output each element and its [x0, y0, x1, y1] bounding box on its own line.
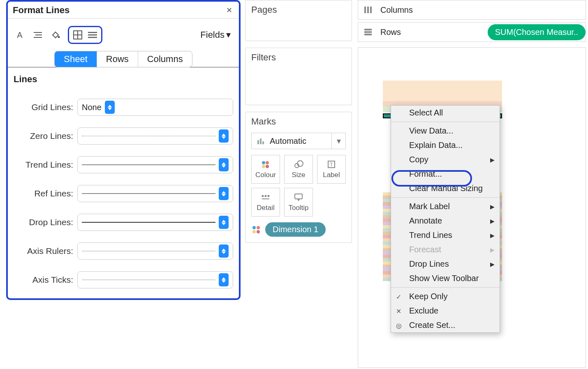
svg-point-6 [266, 161, 269, 164]
line-preview [82, 193, 215, 194]
svg-rect-18 [364, 7, 366, 13]
submenu-arrow-icon: ▶ [490, 247, 495, 253]
ctx-trend-lines[interactable]: Trend Lines▶ [391, 228, 500, 242]
ctx-explain-data[interactable]: Explain Data... [391, 138, 500, 152]
zero-lines-row: Zero Lines: [14, 127, 233, 145]
rows-shelf[interactable]: Rows SUM(Chosen Measur.. [358, 22, 586, 42]
context-menu: Select All View Data... Explain Data... … [391, 105, 500, 333]
mark-tooltip-button[interactable]: Tooltip [284, 188, 313, 217]
trend-lines-select[interactable] [77, 156, 233, 173]
axis-ticks-select[interactable] [77, 271, 233, 288]
stepper-icon[interactable] [219, 216, 229, 229]
format-title: Format Lines [13, 5, 225, 16]
mark-buttons-grid: Colour Size T Label Detail [251, 155, 346, 217]
colour-icon [261, 159, 270, 169]
ctx-clear-manual-sizing[interactable]: Clear Manual Sizing [391, 181, 500, 196]
svg-point-14 [265, 195, 267, 197]
zero-lines-select[interactable] [77, 127, 233, 145]
mark-colour-label: Colour [255, 171, 276, 179]
columns-icon [364, 6, 375, 14]
line-preview-dark [82, 222, 215, 223]
rows-icon [364, 28, 375, 36]
zero-lines-label: Zero Lines: [14, 131, 77, 141]
submenu-arrow-icon: ▶ [490, 203, 495, 210]
filters-title: Filters [251, 52, 346, 63]
borders-icon[interactable] [72, 29, 84, 41]
axis-rulers-select[interactable] [77, 242, 233, 260]
axis-ticks-label: Axis Ticks: [14, 275, 77, 285]
font-format-icon[interactable]: A [14, 29, 26, 41]
borders-lines-icon-group [68, 26, 102, 44]
submenu-arrow-icon: ▶ [490, 261, 495, 268]
line-preview [82, 164, 215, 165]
mark-type-select[interactable]: Automatic ▾ [251, 133, 346, 149]
drop-lines-row: Drop Lines: [14, 214, 233, 231]
tab-sheet[interactable]: Sheet [55, 51, 97, 67]
grid-lines-select[interactable]: None [77, 99, 233, 116]
format-lines-panel: Format Lines ✕ A Fields ▾ Sheet Rows Col… [6, 0, 241, 300]
svg-point-5 [262, 161, 265, 164]
stepper-icon[interactable] [219, 273, 229, 286]
size-icon [294, 159, 303, 169]
ctx-copy[interactable]: Copy▶ [391, 152, 500, 167]
close-icon[interactable]: ✕ [225, 6, 234, 15]
ctx-show-view-toolbar[interactable]: Show View Toolbar [391, 271, 500, 286]
svg-rect-3 [260, 138, 262, 144]
columns-shelf[interactable]: Columns [358, 0, 586, 20]
line-preview-light [82, 251, 215, 251]
lines-section-heading: Lines [8, 67, 239, 87]
mark-type-label: Automatic [270, 136, 306, 146]
ctx-view-data[interactable]: View Data... [391, 124, 500, 138]
ctx-keep-only[interactable]: ✓Keep Only [391, 289, 500, 304]
mark-colour-button[interactable]: Colour [251, 155, 280, 184]
ctx-format[interactable]: Format... [391, 167, 500, 181]
ctx-drop-lines[interactable]: Drop Lines▶ [391, 257, 500, 271]
caret-down-icon: ▾ [226, 30, 231, 40]
lines-icon[interactable] [86, 29, 99, 41]
right-shelves: Columns Rows SUM(Chosen Measur.. [358, 0, 586, 44]
ctx-create-set[interactable]: ◎Create Set... [391, 318, 500, 332]
ctx-exclude[interactable]: ✕Exclude [391, 304, 500, 318]
mark-tooltip-label: Tooltip [288, 204, 308, 212]
mark-detail-button[interactable]: Detail [251, 188, 280, 217]
fields-dropdown[interactable]: Fields ▾ [200, 30, 233, 40]
marks-title: Marks [251, 116, 346, 127]
detail-icon [261, 192, 270, 202]
dimension-pill[interactable]: Dimension 1 [265, 222, 326, 237]
caret-down-icon: ▾ [331, 133, 345, 149]
middle-column: Pages Filters Marks Automatic ▾ Colour [245, 0, 352, 249]
stepper-icon[interactable] [219, 129, 229, 143]
svg-point-15 [268, 195, 270, 197]
mark-size-button[interactable]: Size [284, 155, 313, 184]
filters-shelf[interactable]: Filters [245, 48, 352, 105]
columns-label: Columns [380, 5, 413, 15]
svg-rect-21 [364, 29, 372, 30]
ctx-annotate[interactable]: Annotate▶ [391, 214, 500, 228]
stepper-icon[interactable] [105, 101, 115, 114]
submenu-arrow-icon: ▶ [490, 157, 495, 163]
alignment-icon[interactable] [32, 29, 44, 41]
trend-lines-label: Trend Lines: [14, 160, 77, 170]
mark-label-button[interactable]: T Label [317, 155, 346, 184]
axis-ticks-row: Axis Ticks: [14, 271, 233, 288]
submenu-arrow-icon: ▶ [490, 232, 495, 239]
tab-columns[interactable]: Columns [138, 51, 192, 67]
ctx-select-all[interactable]: Select All [391, 106, 500, 120]
stepper-icon[interactable] [219, 244, 229, 258]
shading-icon[interactable] [50, 29, 62, 41]
ref-lines-select[interactable] [77, 185, 233, 202]
mark-label-label: Label [323, 171, 340, 179]
pages-shelf[interactable]: Pages [245, 0, 352, 41]
ctx-mark-label[interactable]: Mark Label▶ [391, 199, 500, 214]
line-preview-dotted [82, 136, 215, 136]
drop-lines-select[interactable] [77, 214, 233, 231]
stepper-icon[interactable] [219, 158, 229, 171]
rows-label: Rows [380, 28, 401, 37]
dimension-pill-row: Dimension 1 [251, 222, 346, 237]
svg-rect-2 [257, 140, 259, 144]
tab-rows[interactable]: Rows [97, 51, 138, 67]
rows-measure-pill[interactable]: SUM(Chosen Measur.. [488, 24, 586, 40]
menu-separator [391, 287, 500, 288]
stepper-icon[interactable] [219, 187, 229, 200]
format-header: Format Lines ✕ [8, 2, 239, 18]
